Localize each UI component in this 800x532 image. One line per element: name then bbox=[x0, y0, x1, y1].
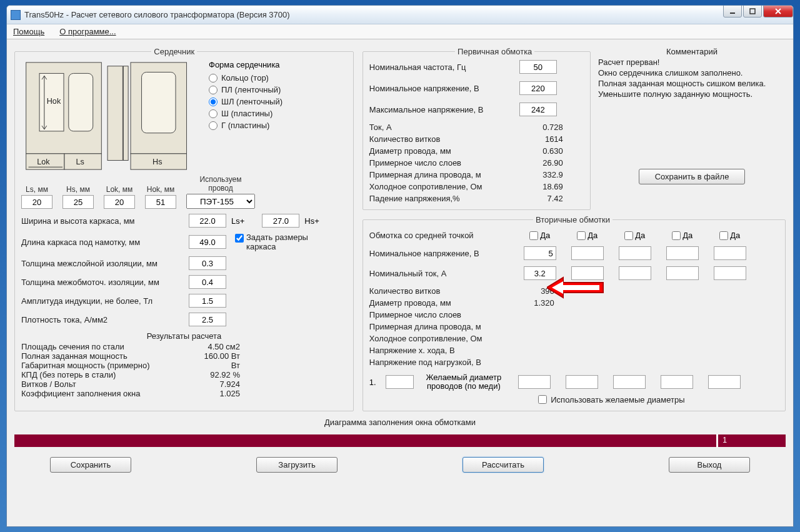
svg-rect-19 bbox=[123, 66, 128, 161]
wire-select[interactable]: ПЭТ-155 bbox=[186, 194, 255, 209]
sec5-midpoint[interactable]: Да bbox=[709, 231, 751, 240]
desired-row-num: 1. bbox=[369, 378, 379, 387]
load-button[interactable]: Загрузить bbox=[256, 457, 338, 473]
hok-input[interactable] bbox=[145, 195, 176, 209]
minimize-button[interactable] bbox=[723, 5, 742, 18]
turns-lbl: Количество витков bbox=[369, 134, 519, 144]
induction-label: Амплитуда индукции, не более, Тл bbox=[21, 296, 184, 306]
hok-label: Hok, мм bbox=[147, 185, 175, 194]
sec2-inom-input[interactable] bbox=[571, 266, 604, 280]
frame-len-input[interactable] bbox=[189, 235, 226, 249]
save-file-button[interactable]: Сохранить в файле bbox=[639, 169, 745, 184]
frame-h-input[interactable] bbox=[262, 214, 299, 228]
sec-len-lbl: Примерная длина провода, м bbox=[369, 322, 513, 331]
menu-about[interactable]: О программе... bbox=[59, 27, 116, 36]
layers-lbl: Примерное число слоев bbox=[369, 158, 519, 168]
sec4-midpoint[interactable]: Да bbox=[662, 231, 703, 240]
shape-pl[interactable]: ПЛ (ленточный) bbox=[209, 85, 321, 94]
svg-rect-15 bbox=[142, 72, 176, 133]
primary-panel: Первичная обмотка Номинальная частота, Г… bbox=[362, 47, 591, 210]
ls-label: Ls, мм bbox=[26, 185, 48, 194]
sec-inom-lbl: Номинальный ток, А bbox=[369, 269, 513, 278]
sec5-inom-input[interactable] bbox=[714, 266, 746, 280]
sec-vload-lbl: Напряжение под нагрузкой, В bbox=[369, 358, 513, 367]
ls-input[interactable] bbox=[21, 195, 52, 209]
desired-2-input[interactable] bbox=[566, 375, 598, 389]
shape-g[interactable]: Г (пластины) bbox=[209, 121, 321, 130]
layers-val: 26.90 bbox=[519, 158, 563, 168]
use-desired-checkbox[interactable]: Использовать желаемые диаметры bbox=[444, 395, 779, 404]
core-legend: Сердечник bbox=[151, 47, 197, 56]
exit-button[interactable]: Выход bbox=[669, 457, 750, 473]
sec3-vnom-input[interactable] bbox=[619, 246, 651, 260]
lok-input[interactable] bbox=[104, 195, 135, 209]
desired-1-input[interactable] bbox=[518, 375, 551, 389]
sec4-inom-input[interactable] bbox=[666, 266, 699, 280]
shape-ring[interactable]: Кольцо (тор) bbox=[209, 73, 321, 83]
sec2-midpoint[interactable]: Да bbox=[567, 231, 608, 240]
wire-label-1: Используем bbox=[200, 175, 242, 184]
hs-input[interactable] bbox=[62, 195, 94, 209]
res-kpd: 92.92 % bbox=[210, 370, 240, 379]
interwinding-label: Толщина межобмоточ. изоляции, мм bbox=[21, 278, 184, 287]
desired-5-input[interactable] bbox=[708, 375, 741, 389]
comment-panel: Комментарий Расчет прерван! Окно сердечн… bbox=[598, 47, 786, 210]
sec-vopen-lbl: Напряжение х. хода, В bbox=[369, 346, 513, 355]
set-frame-checkbox[interactable]: Задать размеры каркаса bbox=[235, 233, 315, 251]
freq-input[interactable] bbox=[519, 60, 557, 74]
sec3-midpoint[interactable]: Да bbox=[614, 231, 656, 240]
calc-button[interactable]: Рассчитать bbox=[462, 457, 544, 473]
sec-layers-lbl: Примерное число слоев bbox=[369, 310, 513, 319]
coldr-val: 18.69 bbox=[519, 182, 563, 191]
sec-wdiam-val: 1.320 bbox=[519, 298, 561, 308]
density-input[interactable] bbox=[189, 313, 226, 326]
sec1-inom-input[interactable] bbox=[524, 266, 556, 280]
maximize-button[interactable] bbox=[743, 5, 762, 18]
sec3-inom-input[interactable] bbox=[619, 266, 651, 280]
len-lbl: Примерная длина провода, м bbox=[369, 170, 519, 179]
vnom-lbl: Номинальное напряжение, В bbox=[369, 84, 519, 93]
i-val: 0.728 bbox=[519, 123, 563, 132]
sec1-midpoint[interactable]: Да bbox=[519, 231, 561, 240]
sec1-vnom-input[interactable] bbox=[524, 246, 556, 260]
desired-4-input[interactable] bbox=[661, 375, 693, 389]
res-pgab-lbl: Габаритная мощность (примерно) bbox=[21, 361, 150, 370]
app-icon bbox=[11, 10, 21, 20]
svg-rect-18 bbox=[108, 66, 122, 161]
svg-rect-6 bbox=[69, 73, 93, 131]
sec5-vnom-input[interactable] bbox=[714, 246, 746, 260]
interwinding-input[interactable] bbox=[189, 275, 226, 289]
shape-sh[interactable]: Ш (пластины) bbox=[209, 109, 321, 118]
i-lbl: Ток, А bbox=[369, 123, 519, 132]
interlayer-input[interactable] bbox=[189, 256, 226, 270]
coldr-lbl: Холодное сопротивление, Ом bbox=[369, 182, 519, 191]
vmax-input[interactable] bbox=[519, 103, 557, 116]
comment-l4: Уменьшите полную заданную мощность. bbox=[598, 89, 786, 99]
res-pfull: 160.00 Вт bbox=[204, 351, 240, 361]
induction-input[interactable] bbox=[189, 294, 226, 308]
desired-3-input[interactable] bbox=[613, 375, 646, 389]
shape-shl[interactable]: ШЛ (ленточный) bbox=[209, 97, 321, 106]
res-area-lbl: Площадь сечения по стали bbox=[21, 342, 124, 351]
vnom-input[interactable] bbox=[519, 81, 557, 95]
sec4-vnom-input[interactable] bbox=[666, 246, 699, 260]
close-button[interactable] bbox=[763, 5, 793, 18]
primary-legend: Первичная обмотка bbox=[455, 47, 534, 56]
save-button[interactable]: Сохранить bbox=[50, 457, 131, 473]
secondary-legend: Вторичные обмотки bbox=[533, 215, 612, 224]
len-val: 332.9 bbox=[519, 170, 563, 179]
res-turns: 7.924 bbox=[219, 379, 240, 389]
desired-1a-input[interactable] bbox=[386, 375, 414, 389]
comment-title: Комментарий bbox=[598, 47, 786, 56]
frame-w-input[interactable] bbox=[189, 214, 226, 228]
sec2-vnom-input[interactable] bbox=[571, 246, 604, 260]
menubar: Помощь О программе... bbox=[7, 24, 793, 39]
wdiam-val: 0.630 bbox=[519, 146, 563, 156]
sec-turns-lbl: Количество витков bbox=[369, 286, 513, 296]
res-pgab: Вт bbox=[231, 361, 240, 370]
window-title: Trans50Hz - Расчет сетевого силового тра… bbox=[24, 10, 789, 19]
comment-l3: Полная заданная мощность сишком велика. bbox=[598, 79, 786, 88]
res-fill-lbl: Коэффициент заполнения окна bbox=[21, 389, 140, 398]
svg-text:Ls: Ls bbox=[76, 158, 84, 166]
menu-help[interactable]: Помощь bbox=[13, 27, 44, 36]
